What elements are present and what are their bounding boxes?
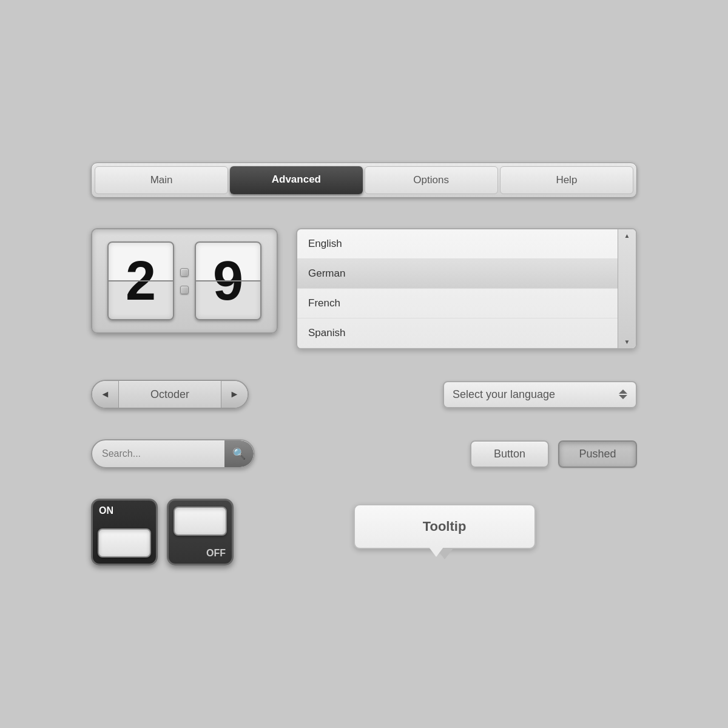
row-toggles-tooltip: ON OFF Tooltip bbox=[91, 499, 637, 565]
stepper-value: Octoder bbox=[119, 388, 221, 401]
stepper[interactable]: ◄ Octoder ► bbox=[91, 380, 249, 409]
dropdown-scrollbar[interactable]: ▲ ▼ bbox=[618, 229, 636, 348]
tab-options[interactable]: Options bbox=[365, 166, 498, 194]
arrow-down-icon bbox=[619, 395, 627, 399]
row-search-buttons: Search... 🔍 Button Pushed bbox=[91, 439, 637, 468]
tooltip-wrapper: Tooltip bbox=[252, 504, 637, 560]
toggle-on[interactable]: ON bbox=[91, 499, 158, 565]
search-input[interactable]: Search... bbox=[92, 442, 224, 465]
tab-help[interactable]: Help bbox=[500, 166, 633, 194]
row-stepper-select: ◄ Octoder ► Select your language bbox=[91, 380, 637, 409]
dropdown-item-english[interactable]: English bbox=[297, 229, 636, 259]
stepper-prev-button[interactable]: ◄ bbox=[92, 381, 119, 408]
row-clock-dropdown: 2 9 English German French Spanish ▲ ▼ bbox=[91, 228, 637, 349]
dropdown-item-french[interactable]: French bbox=[297, 289, 636, 318]
toggle-on-label: ON bbox=[99, 505, 113, 516]
main-container: Main Advanced Options Help 2 9 English G… bbox=[91, 163, 637, 565]
dropdown-item-german[interactable]: German bbox=[297, 259, 636, 289]
tooltip-tail-inner bbox=[429, 547, 443, 557]
search-bar[interactable]: Search... 🔍 bbox=[91, 439, 255, 468]
flip-clock: 2 9 bbox=[91, 228, 278, 334]
toggle-off-switch bbox=[174, 507, 227, 536]
search-icon: 🔍 bbox=[232, 447, 246, 460]
flip-digit-2: 9 bbox=[195, 241, 261, 320]
stepper-next-button[interactable]: ► bbox=[221, 381, 248, 408]
flip-separator bbox=[179, 241, 190, 320]
tooltip-box: Tooltip bbox=[354, 504, 536, 549]
pushed-button[interactable]: Pushed bbox=[558, 440, 637, 468]
scroll-up-arrow[interactable]: ▲ bbox=[624, 232, 630, 239]
scroll-down-arrow[interactable]: ▼ bbox=[624, 339, 630, 345]
tooltip-tail-container bbox=[436, 549, 453, 560]
tab-bar: Main Advanced Options Help bbox=[91, 163, 637, 198]
toggle-off-label: OFF bbox=[206, 548, 226, 559]
normal-button[interactable]: Button bbox=[470, 440, 549, 468]
toggles-group: ON OFF bbox=[91, 499, 234, 565]
select-arrow-icon bbox=[619, 389, 627, 399]
tab-advanced[interactable]: Advanced bbox=[230, 166, 362, 194]
toggle-on-switch bbox=[98, 528, 151, 558]
toggle-off[interactable]: OFF bbox=[167, 499, 234, 565]
language-select[interactable]: Select your language bbox=[443, 381, 637, 408]
language-select-label: Select your language bbox=[453, 388, 613, 401]
tab-main[interactable]: Main bbox=[95, 166, 228, 194]
search-button[interactable]: 🔍 bbox=[224, 440, 254, 467]
dropdown-item-spanish[interactable]: Spanish bbox=[297, 318, 636, 348]
buttons-group: Button Pushed bbox=[470, 440, 637, 468]
flip-digit-1: 2 bbox=[107, 241, 174, 320]
dropdown-list[interactable]: English German French Spanish ▲ ▼ bbox=[296, 228, 637, 349]
separator-dot-top bbox=[180, 268, 189, 277]
separator-dot-bottom bbox=[180, 286, 189, 294]
arrow-up-icon bbox=[619, 389, 627, 394]
